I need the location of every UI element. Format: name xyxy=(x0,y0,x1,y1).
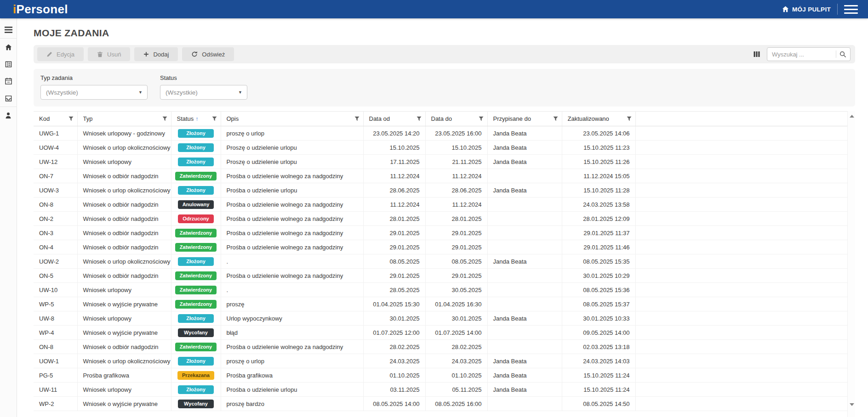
status-badge: Zatwierdzony xyxy=(175,229,217,237)
table-row[interactable]: UWG-1 Wniosek urlopowy - godzinowy Złożo… xyxy=(34,126,847,141)
table-row[interactable]: UW-10 Wniosek urlopowy Zatwierdzony . 28… xyxy=(34,283,847,297)
plus-icon xyxy=(143,51,149,57)
column-header-kod[interactable]: Kod xyxy=(34,112,77,126)
cell-przypisane-do: Janda Beata xyxy=(487,155,562,169)
cell-opis: . xyxy=(221,283,363,297)
column-header-status[interactable]: Status↑ xyxy=(171,112,221,126)
cell-przypisane-do: Janda Beata xyxy=(487,254,562,269)
status-select[interactable]: (Wszystkie) ▼ xyxy=(160,85,247,100)
table-row[interactable]: UW-11 Wniosek urlopowy Złożony Prośba o … xyxy=(34,383,847,397)
topbar: iPersonel MÓJ PULPIT xyxy=(0,0,868,18)
table-row[interactable]: UW-12 Wniosek urlopowy Złożony Proszę o … xyxy=(34,155,847,169)
column-header-opis[interactable]: Opis xyxy=(221,112,363,126)
table-row[interactable]: ON-8 Wniosek o odbiór nadgodzin Zatwierd… xyxy=(34,340,847,354)
cell-status: Zatwierdzony xyxy=(171,297,221,311)
task-type-value: (Wszystkie) xyxy=(46,89,78,96)
cell-data-do: 28.01.2025 xyxy=(425,212,487,226)
cell-zaktualizowano: 02.03.2025 13:18 xyxy=(562,340,635,354)
refresh-button[interactable]: Odśwież xyxy=(182,47,234,61)
filter-icon[interactable] xyxy=(209,116,217,121)
cell-empty xyxy=(635,212,847,226)
cell-kod: UWG-1 xyxy=(34,126,77,141)
column-header-data-od[interactable]: Data od xyxy=(363,112,425,126)
table-row[interactable]: ON-4 Wniosek o odbiór nadgodzin Zatwierd… xyxy=(34,240,847,254)
sidebar-item-home[interactable] xyxy=(0,39,17,56)
table-body: UWG-1 Wniosek urlopowy - godzinowy Złożo… xyxy=(34,126,847,411)
cell-data-od: 28.01.2025 xyxy=(363,212,425,226)
table-row[interactable]: UOW-3 Wniosek o urlop okolicznościowy Zł… xyxy=(34,183,847,197)
cell-data-do: 11.12.2024 xyxy=(425,169,487,183)
sidebar-item-inbox[interactable] xyxy=(0,90,17,107)
cell-status: Zatwierdzony xyxy=(171,269,221,283)
cell-zaktualizowano: 30.01.2025 10:33 xyxy=(562,311,635,326)
status-badge: Odrzucony xyxy=(178,214,214,223)
edit-button[interactable]: Edycja xyxy=(37,47,84,61)
cell-przypisane-do xyxy=(487,269,562,283)
menu-icon[interactable] xyxy=(844,4,858,15)
search-input[interactable] xyxy=(772,51,834,58)
column-chooser-icon[interactable] xyxy=(754,51,760,57)
trash-icon xyxy=(97,51,103,57)
vertical-scrollbar[interactable] xyxy=(847,111,855,417)
cell-opis: proszę bardzo xyxy=(221,397,363,411)
cell-kod: UW-10 xyxy=(34,283,77,297)
cell-empty xyxy=(635,141,847,155)
search-icon[interactable] xyxy=(839,51,846,58)
sidebar-item-calendar[interactable] xyxy=(0,73,17,90)
filter-icon[interactable] xyxy=(414,116,422,121)
cell-data-od: 11.12.2024 xyxy=(363,197,425,212)
filter-icon[interactable] xyxy=(624,116,632,121)
table-row[interactable]: PG-5 Prośba grafikowa Przekazana Prośba … xyxy=(34,368,847,383)
cell-status: Anulowany xyxy=(171,197,221,212)
cell-data-od: 28.06.2025 xyxy=(363,183,425,197)
filter-icon[interactable] xyxy=(160,116,167,121)
cell-data-od: 01.10.2025 xyxy=(363,368,425,383)
table-row[interactable]: UOW-2 Wniosek o urlop okolicznościowy Zł… xyxy=(34,254,847,269)
cell-kod: UOW-2 xyxy=(34,254,77,269)
table-row[interactable]: WP-2 Wniosek o wyjście prywatne Wycofany… xyxy=(34,397,847,411)
cell-empty xyxy=(635,169,847,183)
table-row[interactable]: ON-5 Wniosek o odbiór nadgodzin Zatwierd… xyxy=(34,269,847,283)
cell-data-od: 24.03.2025 xyxy=(363,354,425,368)
filter-icon[interactable] xyxy=(550,116,558,121)
table-row[interactable]: UW-8 Wniosek urlopowy Złożony Urlop wypo… xyxy=(34,311,847,326)
table-row[interactable]: UOW-1 Wniosek o urlop okolicznościowy Zł… xyxy=(34,354,847,368)
column-header-zaktualizowano[interactable]: Zaktualizowano xyxy=(562,112,635,126)
task-type-select[interactable]: (Wszystkie) ▼ xyxy=(40,85,148,100)
cell-przypisane-do: Janda Beata xyxy=(487,183,562,197)
list-icon xyxy=(5,61,12,68)
cell-data-do: 29.01.2025 xyxy=(425,269,487,283)
scroll-up-icon[interactable] xyxy=(850,115,854,118)
table-row[interactable]: ON-7 Wniosek o odbiór nadgodzin Zatwierd… xyxy=(34,169,847,183)
my-desktop-link[interactable]: MÓJ PULPIT xyxy=(782,6,831,13)
table-row[interactable]: ON-3 Wniosek o odbiór nadgodzin Zatwierd… xyxy=(34,226,847,240)
status-badge: Zatwierdzony xyxy=(175,300,217,309)
sidebar-item-list[interactable] xyxy=(0,56,17,73)
table-row[interactable]: ON-2 Wniosek o odbiór nadgodzin Odrzucon… xyxy=(34,212,847,226)
scroll-down-icon[interactable] xyxy=(850,403,854,406)
table-row[interactable]: WP-5 Wniosek o wyjście prywatne Zatwierd… xyxy=(34,297,847,311)
cell-opis: proszę o urlop xyxy=(221,126,363,141)
add-button[interactable]: Dodaj xyxy=(134,47,178,61)
chevron-down-icon: ▼ xyxy=(134,90,143,95)
cell-data-od: 08.05.2025 xyxy=(363,254,425,269)
sidebar-item-user[interactable] xyxy=(0,107,17,124)
column-header-typ[interactable]: Typ xyxy=(77,112,171,126)
column-header-data-do[interactable]: Data do xyxy=(425,112,487,126)
filter-icon[interactable] xyxy=(476,116,484,121)
table-row[interactable]: ON-8 Wniosek o odbiór nadgodzin Anulowan… xyxy=(34,197,847,212)
cell-zaktualizowano: 24.03.2025 13:58 xyxy=(562,197,635,212)
column-header-przypisane-do[interactable]: Przypisane do xyxy=(487,112,562,126)
cell-opis: Proszę o udzielenie urlopu xyxy=(221,155,363,169)
delete-button[interactable]: Usuń xyxy=(88,47,130,61)
table-header-row: Kod Typ Status↑ Opis Data od Data do Prz… xyxy=(34,112,847,126)
filter-icon[interactable] xyxy=(66,116,74,121)
page-title: MOJE ZADANIA xyxy=(34,28,855,39)
cell-data-do: 24.03.2025 xyxy=(425,354,487,368)
table-row[interactable]: WP-4 Wniosek o wyjście prywatne Wycofany… xyxy=(34,326,847,340)
filter-icon[interactable] xyxy=(352,116,360,121)
table-row[interactable]: UOW-4 Wniosek o urlop okolicznościowy Zł… xyxy=(34,141,847,155)
cell-zaktualizowano: 15.10.2025 11:24 xyxy=(562,368,635,383)
sidebar-menu-icon[interactable] xyxy=(0,21,17,38)
cell-kod: ON-2 xyxy=(34,212,77,226)
